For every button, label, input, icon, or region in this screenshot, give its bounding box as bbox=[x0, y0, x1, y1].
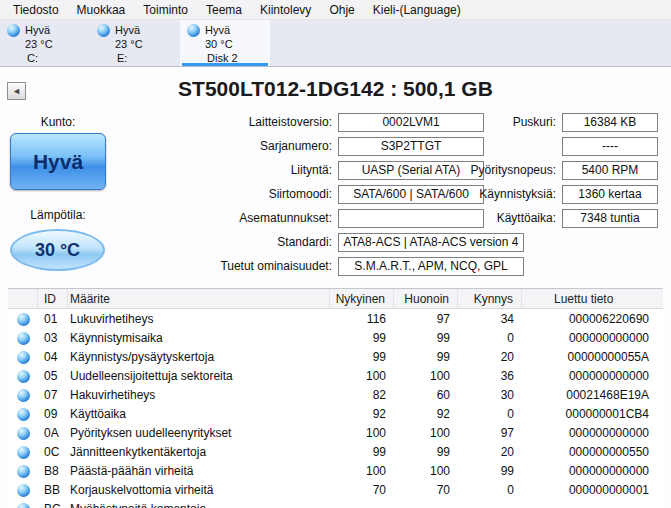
field-label: Tuetut ominaisuudet: bbox=[110, 259, 338, 273]
crystaldiskinfo-window: TiedostoMuokkaaToimintoTeemaKiintolevyOh… bbox=[0, 0, 671, 508]
field-value: S.M.A.R.T., APM, NCQ, GPL bbox=[338, 257, 524, 276]
drive-tab-name: E: bbox=[117, 51, 176, 65]
drive-title: ST500LT012-1DG142 : 500,1 GB bbox=[40, 77, 631, 101]
smart-worst-cell: 100 bbox=[394, 426, 458, 440]
smart-raw-cell: 000000000550 bbox=[522, 445, 663, 459]
field-value bbox=[338, 209, 484, 228]
smart-raw-cell: 000000000000 bbox=[522, 331, 663, 345]
field-value: 0002LVM1 bbox=[338, 113, 484, 132]
smart-threshold-cell: 36 bbox=[458, 369, 522, 383]
smart-table-row[interactable]: 09Käyttöaika92920000000001CB4 bbox=[8, 404, 663, 423]
smart-table-row[interactable]: 04Käynnistys/pysäytyskertoja999920000000… bbox=[8, 347, 663, 366]
smart-table-row[interactable]: B8Päästä-päähän virheitä1001009900000000… bbox=[8, 461, 663, 480]
smart-attribute-cell: Käynnistymisaika bbox=[68, 331, 330, 345]
menu-item-kiintolevy[interactable]: Kiintolevy bbox=[251, 1, 320, 19]
smart-table-row[interactable]: 05Uudelleensijoitettuja sektoreita100100… bbox=[8, 366, 663, 385]
disk-status-icon bbox=[7, 24, 20, 37]
smart-raw-cell: 000006220690 bbox=[522, 312, 663, 326]
status-cell bbox=[8, 445, 38, 459]
menu-item-kieli-language[interactable]: Kieli-(Language) bbox=[364, 1, 470, 19]
health-status-button[interactable]: Hyvä bbox=[10, 133, 106, 190]
smart-attribute-cell: Käynnistys/pysäytyskertoja bbox=[68, 350, 330, 364]
smart-worst-cell: 60 bbox=[394, 388, 458, 402]
status-good-icon bbox=[17, 332, 30, 345]
drive-tab-3[interactable]: Hyvä30 °CDisk 2 bbox=[180, 20, 270, 66]
smart-table-row[interactable]: 07Hakuvirhetiheys82603000021468E19A bbox=[8, 385, 663, 404]
smart-attribute-cell: Päästä-päähän virheitä bbox=[68, 464, 330, 478]
smart-attribute-cell: Käyttöaika bbox=[68, 407, 330, 421]
drive-tab-name: C: bbox=[27, 51, 86, 65]
header-attribute-column[interactable]: Määrite bbox=[68, 289, 330, 308]
header-id-column[interactable]: ID bbox=[38, 289, 68, 308]
smart-attributes-table: ID Määrite Nykyinen Huonoin Kynnys Luett… bbox=[8, 288, 663, 508]
smart-id-cell: 05 bbox=[38, 369, 68, 383]
back-button[interactable]: ◄ bbox=[7, 82, 26, 100]
status-cell bbox=[8, 464, 38, 478]
temperature-indicator: 30 °C bbox=[10, 229, 105, 271]
menu-item-tiedosto[interactable]: Tiedosto bbox=[4, 1, 68, 19]
smart-table-body: 01Lukuvirhetiheys116973400000622069003Kä… bbox=[8, 309, 663, 508]
status-good-icon bbox=[17, 408, 30, 421]
smart-threshold-cell: 0 bbox=[458, 483, 522, 497]
smart-table-row[interactable]: 01Lukuvirhetiheys1169734000006220690 bbox=[8, 309, 663, 328]
field-label: Asematunnukset: bbox=[110, 211, 338, 225]
drive-stats-fields: Puskuri:16384 KB----Pyöritysnopeus:5400 … bbox=[470, 110, 670, 230]
smart-worst-cell: 70 bbox=[394, 483, 458, 497]
smart-current-cell: 92 bbox=[330, 407, 394, 421]
smart-attribute-cell: Jännitteenkytkentäkertoja bbox=[68, 445, 330, 459]
smart-current-cell: 100 bbox=[330, 426, 394, 440]
status-cell bbox=[8, 502, 38, 508]
field-value: S3P2TTGT bbox=[338, 137, 484, 156]
header-raw-column[interactable]: Luettu tieto bbox=[522, 289, 663, 308]
menu-item-muokkaa[interactable]: Muokkaa bbox=[68, 1, 135, 19]
status-good-icon bbox=[17, 465, 30, 478]
info-field-row: Standardi:ATA8-ACS | ATA8-ACS version 4 bbox=[110, 230, 540, 254]
drive-tab-status-row: Hyvä bbox=[7, 23, 86, 37]
drive-tab-status-row: Hyvä bbox=[187, 23, 266, 37]
smart-table-row[interactable]: BCMyöhästyneitä komentoja bbox=[8, 499, 663, 508]
smart-table-row[interactable]: 0CJännitteenkytkentäkertoja9999200000000… bbox=[8, 442, 663, 461]
main-panel: ◄ ST500LT012-1DG142 : 500,1 GB Kunto: Hy… bbox=[0, 69, 671, 508]
status-good-icon bbox=[17, 503, 30, 508]
smart-table-row[interactable]: BBKorjauskelvottomia virheitä70700000000… bbox=[8, 480, 663, 499]
smart-attribute-cell: Uudelleensijoitettuja sektoreita bbox=[68, 369, 330, 383]
smart-raw-cell: 000000000000 bbox=[522, 369, 663, 383]
smart-worst-cell: 100 bbox=[394, 369, 458, 383]
menu-item-teema[interactable]: Teema bbox=[197, 1, 251, 19]
field-label: Standardi: bbox=[110, 235, 338, 249]
status-good-icon bbox=[17, 427, 30, 440]
drive-tab-1[interactable]: Hyvä23 °CC: bbox=[0, 20, 90, 66]
field-label: Käyttöaika: bbox=[470, 211, 562, 225]
menu-item-ohje[interactable]: Ohje bbox=[320, 1, 363, 19]
status-good-icon bbox=[17, 446, 30, 459]
smart-table-header: ID Määrite Nykyinen Huonoin Kynnys Luett… bbox=[8, 288, 663, 309]
field-value: 1360 kertaa bbox=[562, 185, 658, 204]
smart-threshold-cell: 20 bbox=[458, 445, 522, 459]
smart-raw-cell: 000000000001 bbox=[522, 483, 663, 497]
header-current-column[interactable]: Nykyinen bbox=[330, 289, 394, 308]
field-value: UASP (Serial ATA) bbox=[338, 161, 484, 180]
status-cell bbox=[8, 483, 38, 497]
header-threshold-column[interactable]: Kynnys bbox=[458, 289, 522, 308]
field-label: Pyöritysnopeus: bbox=[470, 163, 562, 177]
info-field-row: Käyttöaika:7348 tuntia bbox=[470, 206, 670, 230]
smart-table-row[interactable]: 03Käynnistymisaika99990000000000000 bbox=[8, 328, 663, 347]
drive-tab-health: Hyvä bbox=[115, 23, 140, 37]
smart-current-cell: 99 bbox=[330, 331, 394, 345]
smart-id-cell: B8 bbox=[38, 464, 68, 478]
drive-tab-temperature: 30 °C bbox=[205, 37, 266, 51]
drive-tab-2[interactable]: Hyvä23 °CE: bbox=[90, 20, 180, 66]
smart-threshold-cell: 0 bbox=[458, 407, 522, 421]
smart-id-cell: 04 bbox=[38, 350, 68, 364]
smart-id-cell: 01 bbox=[38, 312, 68, 326]
smart-current-cell: 70 bbox=[330, 483, 394, 497]
smart-table-row[interactable]: 0APyörityksen uudelleenyritykset10010097… bbox=[8, 423, 663, 442]
status-good-icon bbox=[17, 313, 30, 326]
menu-item-toiminto[interactable]: Toiminto bbox=[134, 1, 197, 19]
field-label: Puskuri: bbox=[470, 115, 562, 129]
smart-id-cell: BC bbox=[38, 502, 68, 508]
smart-threshold-cell: 99 bbox=[458, 464, 522, 478]
header-worst-column[interactable]: Huonoin bbox=[394, 289, 458, 308]
field-label: Laitteistoversio: bbox=[110, 115, 338, 129]
health-status-value: Hyvä bbox=[33, 150, 83, 174]
